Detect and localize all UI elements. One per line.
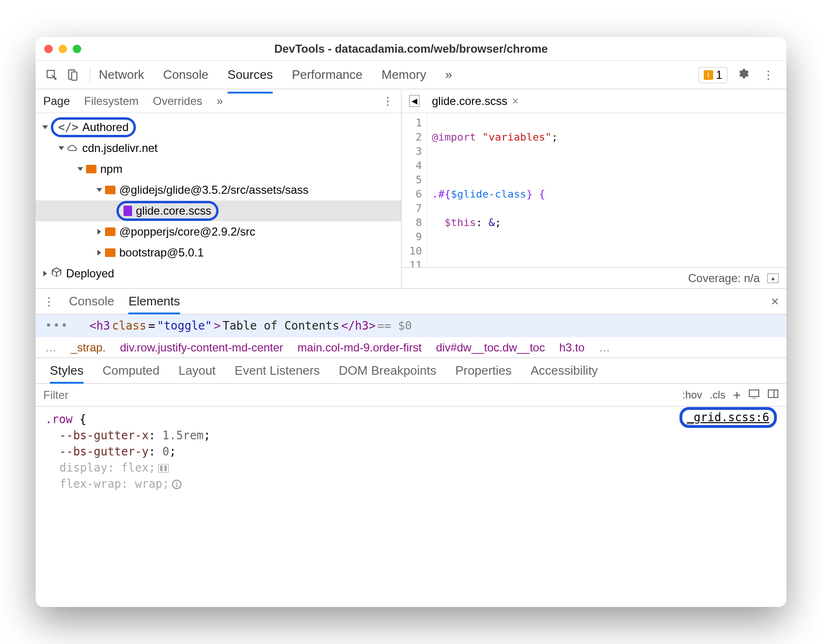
tab-performance[interactable]: Performance — [292, 62, 363, 88]
minimize-window[interactable] — [58, 45, 67, 53]
rule-source-link[interactable]: _grid.scss:6 — [679, 409, 777, 426]
tree-npm[interactable]: npm — [36, 159, 401, 180]
panel-tabs: Network Console Sources Performance Memo… — [99, 62, 695, 88]
code-editor[interactable]: 1234567891011 @import "variables"; .#{$g… — [401, 113, 786, 267]
folder-icon — [105, 227, 115, 236]
tree-deployed[interactable]: Deployed — [36, 263, 401, 284]
tab-console[interactable]: Console — [163, 62, 208, 88]
tree-bootstrap[interactable]: bootstrap@5.0.1 — [36, 242, 401, 263]
navigator-tabs: Page Filesystem Overrides » ⋮ — [36, 89, 401, 113]
folder-icon — [105, 186, 115, 194]
css-prop[interactable]: display — [59, 461, 107, 474]
computed-toggle-icon[interactable] — [748, 389, 760, 401]
elements-breadcrumb: … _strap. div.row.justify-content-md-cen… — [36, 337, 786, 358]
breadcrumb-item[interactable]: div.row.justify-content-md-center — [120, 341, 283, 354]
issues-badge[interactable]: ! 1 — [698, 67, 727, 83]
main-toolbar: Network Console Sources Performance Memo… — [36, 61, 786, 89]
code-icon: </> — [58, 121, 78, 134]
tree-glide-file[interactable]: glide.core.scss — [36, 200, 401, 221]
drawer-tab-elements[interactable]: Elements — [128, 294, 180, 309]
tab-more[interactable]: » — [445, 62, 452, 88]
css-value[interactable]: wrap — [135, 477, 162, 491]
coverage-bar: Coverage: n/a ▲ — [401, 267, 786, 288]
css-prop[interactable]: flex-wrap — [59, 477, 121, 491]
info-icon[interactable]: i — [172, 480, 182, 489]
styles-tab-dombp[interactable]: DOM Breakpoints — [339, 363, 436, 378]
cls-toggle[interactable]: .cls — [710, 389, 726, 401]
styles-tab-listeners[interactable]: Event Listeners — [235, 363, 320, 378]
close-window[interactable] — [44, 45, 53, 53]
window-title: DevTools - datacadamia.com/web/browser/c… — [36, 42, 786, 56]
file-tab[interactable]: glide.core.scss × — [426, 92, 525, 111]
tab-sources[interactable]: Sources — [228, 62, 273, 88]
warning-count: 1 — [716, 68, 722, 82]
drawer-tabs: ⋮ Console Elements × — [36, 289, 786, 314]
bootstrap-label: bootstrap@5.0.1 — [119, 246, 204, 259]
new-rule-icon[interactable]: + — [733, 388, 741, 403]
css-value[interactable]: 0 — [162, 445, 169, 458]
authored-label: Authored — [82, 121, 128, 134]
tree-authored[interactable]: </> Authored — [36, 117, 401, 138]
warning-icon: ! — [704, 70, 713, 80]
css-value[interactable]: 1.5rem — [162, 429, 204, 442]
subtab-more[interactable]: » — [217, 95, 223, 108]
chevron-down-icon — [58, 146, 64, 150]
breadcrumb-item[interactable]: div#dw__toc.dw__toc — [436, 341, 545, 354]
titlebar: DevTools - datacadamia.com/web/browser/c… — [36, 37, 786, 61]
settings-gear-icon[interactable] — [731, 67, 754, 83]
cloud-icon — [67, 142, 78, 155]
subtab-filesystem[interactable]: Filesystem — [84, 95, 139, 108]
npm-label: npm — [100, 162, 123, 176]
collapse-icon[interactable]: ▲ — [767, 274, 779, 283]
line-gutter: 1234567891011 — [401, 113, 427, 267]
breadcrumb-item[interactable]: main.col-md-9.order-first — [297, 341, 421, 354]
more-menu-icon[interactable]: ⋮ — [758, 68, 779, 82]
sidebar-toggle-icon[interactable] — [767, 389, 779, 401]
elements-selected-node[interactable]: ••• <h3 class="toggle">Table of Contents… — [36, 314, 786, 337]
breadcrumb-item[interactable]: _strap. — [71, 341, 105, 354]
styles-filter-input[interactable] — [43, 388, 682, 402]
code-content: @import "variables"; .#{$glide-class} { … — [427, 113, 640, 267]
file-tab-label: glide.core.scss — [432, 95, 507, 108]
folder-icon — [86, 165, 96, 173]
styles-tabs: Styles Computed Layout Event Listeners D… — [36, 358, 786, 384]
tree-cdn[interactable]: cdn.jsdelivr.net — [36, 138, 401, 159]
subtab-page[interactable]: Page — [43, 95, 70, 108]
tab-network[interactable]: Network — [99, 62, 144, 88]
drawer-tab-console[interactable]: Console — [69, 294, 114, 309]
css-selector[interactable]: .row — [45, 413, 73, 426]
flex-badge-icon[interactable] — [158, 464, 169, 473]
file-icon — [124, 206, 132, 216]
tree-popper[interactable]: @popperjs/core@2.9.2/src — [36, 221, 401, 242]
styles-tab-styles[interactable]: Styles — [50, 363, 84, 378]
inspect-icon[interactable] — [43, 66, 60, 84]
tab-memory[interactable]: Memory — [382, 62, 426, 88]
traffic-lights — [44, 45, 81, 53]
styles-tab-layout[interactable]: Layout — [179, 363, 216, 378]
ellipsis-icon: ••• — [45, 319, 68, 332]
maximize-window[interactable] — [73, 45, 81, 53]
glide-path-label: @glidejs/glide@3.5.2/src/assets/sass — [119, 183, 308, 197]
drawer-menu-icon[interactable]: ⋮ — [43, 295, 55, 308]
styles-tab-accessibility[interactable]: Accessibility — [531, 363, 598, 378]
device-toggle-icon[interactable] — [64, 66, 81, 84]
toggle-navigator-icon[interactable]: ◀ — [409, 95, 420, 107]
tree-glide-path[interactable]: @glidejs/glide@3.5.2/src/assets/sass — [36, 180, 401, 200]
css-prop[interactable]: --bs-gutter-x — [59, 429, 149, 442]
authored-highlight: </> Authored — [51, 117, 136, 137]
styles-rule: _grid.scss:6 .row { --bs-gutter-x: 1.5re… — [36, 407, 786, 497]
breadcrumb-overflow[interactable]: … — [599, 341, 610, 354]
styles-tab-computed[interactable]: Computed — [103, 363, 160, 378]
close-tab-icon[interactable]: × — [512, 95, 519, 108]
breadcrumb-overflow[interactable]: … — [45, 341, 57, 354]
navigator-menu-icon[interactable]: ⋮ — [382, 95, 393, 108]
styles-tab-properties[interactable]: Properties — [455, 363, 512, 378]
hov-toggle[interactable]: :hov — [682, 389, 702, 401]
svg-rect-2 — [72, 72, 77, 80]
css-value[interactable]: flex — [121, 461, 149, 474]
css-prop[interactable]: --bs-gutter-y — [59, 445, 149, 458]
subtab-overrides[interactable]: Overrides — [153, 95, 202, 108]
popper-label: @popperjs/core@2.9.2/src — [119, 225, 255, 238]
breadcrumb-item[interactable]: h3.to — [559, 341, 584, 354]
close-drawer-icon[interactable]: × — [771, 294, 779, 309]
